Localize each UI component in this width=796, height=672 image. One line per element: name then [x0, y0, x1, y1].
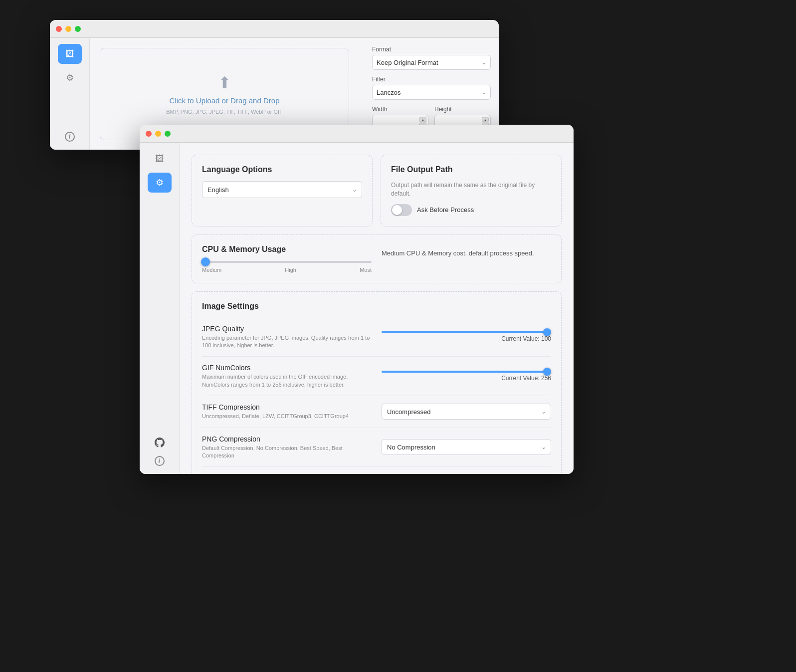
image-icon: 🖼: [65, 49, 74, 59]
image-icon-2: 🖼: [155, 154, 164, 164]
language-select[interactable]: English: [202, 181, 362, 198]
tiff-select-wrapper: Uncompressed Deflate LZW CCITTGroup3 CCI…: [382, 404, 551, 420]
cpu-right: Medium CPU & Memory cost, default proces…: [382, 245, 551, 258]
jpeg-slider-fill: [382, 331, 551, 333]
tiff-control: Uncompressed Deflate LZW CCITTGroup3 CCI…: [372, 404, 551, 420]
tiff-info: TIFF Compression Uncompressed, Deflate, …: [202, 403, 372, 420]
gif-current-value: Current Value: 256: [501, 375, 551, 382]
format-select[interactable]: Keep Original Format: [372, 55, 491, 70]
file-output-section: File Output Path Output path will remain…: [381, 155, 562, 226]
png-info: PNG Compression Default Compression, No …: [202, 435, 372, 460]
cpu-label-high: High: [285, 267, 296, 273]
height-up[interactable]: ▲: [482, 117, 489, 122]
png-desc: Default Compression, No Compression, Bes…: [202, 445, 372, 460]
gif-slider[interactable]: [382, 371, 551, 373]
tiff-name: TIFF Compression: [202, 403, 372, 411]
maximize-button-2[interactable]: [165, 131, 171, 137]
jpeg-control: Current Value: 100: [372, 331, 551, 342]
window-2: 🖼 ⚙ i Language Options English: [140, 125, 574, 474]
cpu-label-most: Most: [360, 267, 372, 273]
ask-before-process-toggle[interactable]: [391, 204, 412, 216]
info-icon-2[interactable]: i: [155, 456, 165, 466]
sidebar-item-settings[interactable]: ⚙: [58, 68, 82, 88]
upload-subtitle: BMP, PNG, JPG, JPEG, TIF, TIFF, WebP or …: [166, 109, 283, 115]
jpeg-slider[interactable]: [382, 331, 551, 333]
png-compression-row: PNG Compression Default Compression, No …: [202, 428, 551, 467]
cpu-slider-thumb[interactable]: [201, 257, 210, 266]
image-settings-title: Image Settings: [202, 302, 551, 311]
jpeg-info: JPEG Quality Encoding parameter for JPG,…: [202, 325, 372, 350]
gif-control: Current Value: 256: [372, 371, 551, 382]
sidebar-1: 🖼 ⚙ i: [50, 38, 90, 150]
tiff-select[interactable]: Uncompressed Deflate LZW CCITTGroup3 CCI…: [382, 404, 551, 420]
gear-icon-2: ⚙: [156, 177, 164, 188]
minimize-button-2[interactable]: [155, 131, 161, 137]
cpu-label-medium: Medium: [202, 267, 221, 273]
format-select-wrapper: Keep Original Format: [372, 55, 491, 70]
minimize-button[interactable]: [65, 26, 71, 32]
upload-title: Click to Upload or Drag and Drop: [170, 96, 280, 105]
cpu-slider-container[interactable]: Medium High Most: [202, 261, 372, 273]
cpu-title: CPU & Memory Usage: [202, 245, 372, 254]
format-label: Format: [372, 46, 491, 53]
sidebar-item-image[interactable]: 🖼: [58, 44, 82, 64]
sidebar-item-gear-2[interactable]: ⚙: [148, 173, 172, 193]
maximize-button[interactable]: [75, 26, 81, 32]
exif-orientation-row: EXIF Orientation If auto orientation is …: [202, 467, 551, 474]
height-label: Height: [434, 106, 491, 113]
gear-icon: ⚙: [66, 72, 74, 83]
jpeg-desc: Encoding parameter for JPG, JPEG images.…: [202, 334, 372, 350]
jpeg-current-value: Current Value: 100: [501, 335, 551, 342]
github-icon-2[interactable]: [155, 438, 165, 450]
sidebar-item-image-2[interactable]: 🖼: [148, 149, 172, 169]
cpu-slider-track[interactable]: [202, 261, 372, 263]
image-settings-section: Image Settings JPEG Quality Encoding par…: [192, 291, 562, 474]
close-button[interactable]: [56, 26, 62, 32]
cpu-section: CPU & Memory Usage Medium High Most: [192, 234, 562, 283]
ask-before-process-row: Ask Before Process: [391, 204, 551, 216]
cpu-left: CPU & Memory Usage Medium High Most: [202, 245, 372, 273]
language-title: Language Options: [202, 165, 362, 174]
file-output-desc: Output path will remain the same as the …: [391, 181, 551, 198]
jpeg-quality-row: JPEG Quality Encoding parameter for JPG,…: [202, 318, 551, 357]
titlebar-2: [140, 125, 574, 143]
language-section: Language Options English: [192, 155, 373, 226]
width-label: Width: [372, 106, 428, 113]
tiff-compression-row: TIFF Compression Uncompressed, Deflate, …: [202, 396, 551, 428]
png-name: PNG Compression: [202, 435, 372, 443]
width-up[interactable]: ▲: [419, 117, 426, 122]
close-button-2[interactable]: [146, 131, 152, 137]
filter-select[interactable]: Lanczos: [372, 85, 491, 100]
png-control: Default Compression No Compression Best …: [372, 439, 551, 455]
upload-cloud-icon: ⬆: [218, 73, 231, 92]
language-select-wrapper: English: [202, 181, 362, 198]
cpu-description: Medium CPU & Memory cost, default proces…: [382, 249, 551, 258]
png-select[interactable]: Default Compression No Compression Best …: [382, 439, 551, 455]
sidebar-2: 🖼 ⚙ i: [140, 143, 180, 474]
cpu-slider-labels: Medium High Most: [202, 267, 372, 273]
top-sections: Language Options English File Output Pat…: [192, 155, 562, 226]
filter-select-wrapper: Lanczos: [372, 85, 491, 100]
titlebar-1: [50, 20, 499, 38]
upload-link[interactable]: Click to Upload: [170, 96, 220, 105]
png-select-wrapper: Default Compression No Compression Best …: [382, 439, 551, 455]
jpeg-name: JPEG Quality: [202, 325, 372, 333]
tiff-desc: Uncompressed, Deflate, LZW, CCITTGroup3,…: [202, 413, 372, 420]
gif-desc: Maximum number of colors used in the GIF…: [202, 373, 372, 389]
gif-slider-fill: [382, 371, 551, 373]
main-content: Language Options English File Output Pat…: [180, 143, 574, 474]
info-icon[interactable]: i: [65, 132, 75, 142]
filter-label: Filter: [372, 76, 491, 83]
gif-numcolors-row: GIF NumColors Maximum number of colors u…: [202, 357, 551, 396]
ask-before-process-label: Ask Before Process: [417, 206, 474, 214]
gif-info: GIF NumColors Maximum number of colors u…: [202, 364, 372, 389]
gif-name: GIF NumColors: [202, 364, 372, 372]
file-output-title: File Output Path: [391, 165, 551, 174]
